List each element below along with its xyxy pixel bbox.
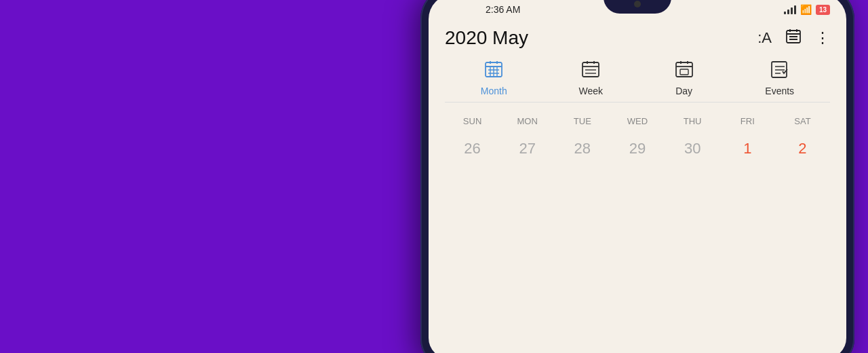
day-wed: WED (610, 113, 665, 129)
calendar-days-header: SUN MON TUE WED THU FRI SAT (445, 113, 830, 129)
day-thu: THU (665, 113, 720, 129)
tab-month[interactable]: Month (481, 60, 507, 96)
phone-notch (604, 0, 671, 14)
tab-week[interactable]: Week (578, 60, 603, 96)
cal-date-29[interactable]: 29 (610, 134, 665, 163)
cal-date-30[interactable]: 30 (665, 134, 720, 163)
svg-rect-25 (680, 69, 688, 75)
status-icons: 📶 13 (784, 4, 830, 15)
cal-date-2[interactable]: 2 (775, 134, 830, 163)
more-icon[interactable]: ⋮ (815, 29, 830, 47)
signal-icon (784, 5, 796, 14)
events-tab-icon (770, 60, 789, 83)
app-content: 2020 May :A (429, 19, 846, 163)
day-fri: FRI (720, 113, 775, 129)
day-tab-icon (675, 60, 694, 83)
day-mon: MON (500, 113, 555, 129)
month-tab-icon (484, 60, 503, 83)
language-icon[interactable]: :A (757, 29, 772, 47)
camera-dot (634, 1, 641, 7)
calendar-view-icon[interactable] (785, 28, 802, 48)
cal-date-27[interactable]: 27 (500, 134, 555, 163)
header-icons: :A ⋮ (757, 28, 830, 48)
status-time: 2:36 AM (445, 4, 520, 15)
calendar-grid: 26 27 28 29 30 1 2 (445, 134, 830, 163)
day-sat: SAT (775, 113, 830, 129)
month-title: 2020 May (445, 27, 528, 49)
cal-date-1[interactable]: 1 (720, 134, 775, 163)
day-tue: TUE (555, 113, 610, 129)
events-tab-label: Events (765, 86, 794, 96)
battery-indicator: 13 (816, 5, 830, 15)
month-tab-label: Month (481, 86, 507, 96)
phone-frame: 2:36 AM 📶 13 (420, 0, 854, 353)
week-tab-icon (581, 60, 600, 83)
week-tab-label: Week (578, 86, 603, 96)
wifi-icon: 📶 (800, 4, 812, 15)
phone-container: 2:36 AM 📶 13 (407, 0, 868, 353)
day-tab-label: Day (675, 86, 692, 96)
cal-date-26[interactable]: 26 (445, 134, 500, 163)
cal-date-28[interactable]: 28 (555, 134, 610, 163)
tab-day[interactable]: Day (675, 60, 694, 96)
tab-events[interactable]: Events (765, 60, 794, 96)
view-tabs: Month (445, 60, 830, 103)
day-sun: SUN (445, 113, 500, 129)
app-header: 2020 May :A (445, 27, 830, 49)
phone-screen: 2:36 AM 📶 13 (429, 0, 846, 353)
